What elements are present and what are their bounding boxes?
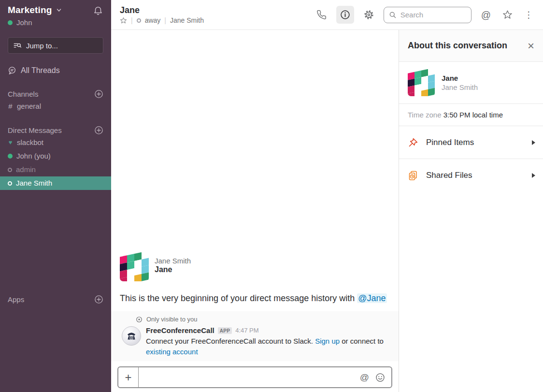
app-message-text: Connect your FreeConferenceCall account …: [146, 336, 390, 357]
sidebar-item-jane-smith[interactable]: Jane Smith: [0, 176, 111, 190]
starred-items-icon[interactable]: [500, 8, 514, 22]
add-app-icon[interactable]: [94, 295, 103, 304]
call-phone-icon[interactable]: [314, 8, 329, 22]
mention-at-icon[interactable]: @: [360, 373, 369, 382]
notifications-bell-icon[interactable]: [93, 5, 103, 16]
shared-files-row[interactable]: Shared Files: [399, 159, 543, 192]
app-sender-name[interactable]: FreeConferenceCall: [146, 326, 214, 334]
apps-header-label: Apps: [8, 295, 24, 304]
presence-offline-icon: [8, 168, 12, 172]
current-user-name: John: [16, 18, 32, 27]
presence-status-label: away: [145, 16, 161, 24]
channel-header: Jane | away | Jane Smith: [111, 0, 543, 30]
threads-icon: [8, 66, 16, 75]
profile-display-name: Jane: [442, 74, 478, 82]
message-text: or connect to: [342, 337, 384, 345]
dm-label: slackbot: [17, 138, 43, 147]
presence-offline-icon: [8, 181, 12, 186]
profile-summary[interactable]: Jane Jane Smith: [399, 62, 543, 104]
chevron-down-icon: [56, 7, 62, 13]
dm-header-label: Direct Messages: [8, 126, 62, 134]
chevron-right-icon: [532, 173, 535, 178]
sidebar-item-john-you[interactable]: John (you): [0, 149, 111, 163]
app-message: FreeConferenceCall APP 4:47 PM Connect y…: [120, 326, 390, 357]
heart-icon: ♥: [8, 138, 13, 147]
current-user[interactable]: John: [0, 16, 111, 27]
divider: |: [131, 16, 133, 24]
search-input[interactable]: [400, 11, 458, 19]
search-box[interactable]: [384, 7, 472, 23]
shared-files-icon: [408, 170, 418, 181]
conversation-subtitle: Jane Smith: [170, 16, 204, 24]
composer-area: + @: [111, 361, 399, 392]
ephemeral-notice-label: Only visible to you: [146, 316, 198, 323]
info-icon[interactable]: [336, 6, 354, 24]
workspace-name: Marketing: [8, 5, 52, 15]
conversation-title: Jane: [120, 5, 204, 15]
mention-link[interactable]: @Jane: [357, 293, 386, 303]
close-icon[interactable]: ×: [528, 40, 534, 52]
dm-intro-text: This is the very beginning of your direc…: [120, 291, 390, 305]
search-icon: [389, 11, 397, 19]
channels-header[interactable]: Channels: [0, 88, 111, 100]
avatar: [408, 69, 435, 96]
channel-label: general: [17, 102, 41, 111]
message-pane: Jane Smith Jane This is the very beginni…: [111, 30, 399, 392]
list-search-icon: [13, 41, 22, 50]
favorite-star-icon[interactable]: [120, 17, 127, 24]
mentions-at-icon[interactable]: @: [479, 8, 493, 22]
intro-text: This is the very beginning of your direc…: [120, 293, 355, 303]
sidebar-item-all-threads[interactable]: All Threads: [0, 64, 111, 77]
hash-icon: #: [8, 102, 13, 111]
message-composer[interactable]: + @: [117, 366, 392, 388]
add-channel-icon[interactable]: [94, 89, 103, 99]
jump-to-label: Jump to...: [26, 42, 58, 50]
chevron-right-icon: [532, 140, 535, 145]
channels-header-label: Channels: [8, 90, 38, 98]
dm-intro: Jane Smith Jane This is the very beginni…: [111, 252, 399, 311]
presence-online-icon: [8, 20, 13, 25]
sidebar: Marketing John Jump to...: [0, 0, 111, 392]
all-threads-label: All Threads: [21, 66, 60, 75]
sidebar-item-slackbot[interactable]: ♥ slackbot: [0, 136, 111, 149]
dm-section: Direct Messages ♥ slackbot John (you) ad…: [0, 125, 111, 190]
gear-icon[interactable]: [362, 8, 376, 22]
message-input[interactable]: [139, 373, 360, 381]
sidebar-item-general[interactable]: # general: [0, 100, 111, 113]
dm-label: John (you): [16, 151, 51, 161]
apps-header[interactable]: Apps: [0, 294, 111, 305]
dm-label: Jane Smith: [16, 178, 52, 188]
shared-files-label: Shared Files: [426, 171, 472, 180]
presence-online-icon: [8, 154, 13, 159]
intro-display-name: Jane: [155, 265, 191, 274]
dm-label: admin: [16, 165, 36, 174]
channels-section: Channels # general: [0, 88, 111, 113]
pinned-items-label: Pinned Items: [426, 138, 474, 147]
workspace-menu[interactable]: Marketing: [8, 5, 62, 15]
sidebar-item-admin[interactable]: admin: [0, 163, 111, 176]
attach-plus-icon[interactable]: +: [118, 367, 139, 387]
emoji-smiley-icon[interactable]: [375, 373, 385, 382]
workspace-header: Marketing: [0, 0, 111, 16]
add-dm-icon[interactable]: [94, 126, 103, 135]
pushpin-icon: [408, 137, 418, 148]
main-column: Jane | away | Jane Smith: [111, 0, 543, 392]
timezone-row: Time zone 3:50 PM local time: [399, 104, 543, 126]
eye-visibility-icon: [136, 316, 143, 323]
app-badge: APP: [218, 327, 232, 334]
timezone-label: Time zone: [408, 111, 441, 119]
sign-up-link[interactable]: Sign up: [315, 337, 340, 345]
intro-full-name: Jane Smith: [155, 257, 191, 265]
message-timestamp[interactable]: 4:47 PM: [235, 327, 258, 334]
divider: |: [164, 16, 166, 24]
timezone-value: 3:50 PM local time: [443, 111, 503, 119]
about-conversation-panel: About this conversation × Jane Jane Smit…: [399, 30, 543, 392]
jump-to-input[interactable]: Jump to...: [8, 37, 103, 54]
more-kebab-icon[interactable]: ⋮: [522, 8, 535, 21]
existing-account-link[interactable]: existing account: [146, 348, 198, 356]
ephemeral-message-block: Only visible to you F: [111, 311, 399, 361]
dm-header[interactable]: Direct Messages: [0, 125, 111, 136]
pinned-items-row[interactable]: Pinned Items: [399, 126, 543, 159]
avatar: [120, 252, 149, 281]
freeconferencecall-app-icon: [122, 326, 141, 346]
